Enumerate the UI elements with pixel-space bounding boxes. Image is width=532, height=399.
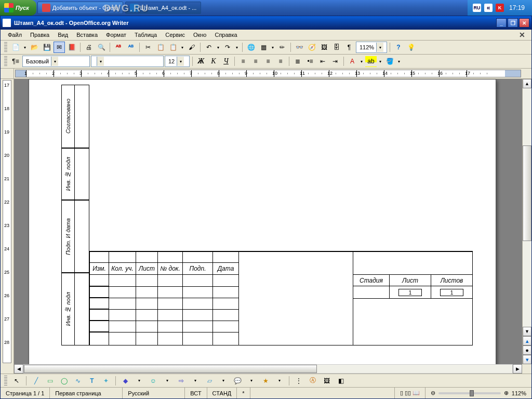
font-color-button[interactable]: A xyxy=(347,56,358,67)
numbering-button[interactable]: ≣ xyxy=(292,56,303,67)
whatsthis-button[interactable]: 💡 xyxy=(405,42,417,53)
highlight-button[interactable]: ab xyxy=(365,56,377,67)
gallery-button[interactable]: 🖼 xyxy=(318,42,330,53)
pdf-export-button[interactable]: 📕 xyxy=(66,42,77,53)
status-selection[interactable]: СТАНД xyxy=(207,388,237,398)
paste-button[interactable]: 📋 xyxy=(167,42,179,53)
scroll-up-button[interactable]: ▲ xyxy=(523,79,531,88)
copy-button[interactable]: 📋 xyxy=(155,42,166,53)
menu-tools[interactable]: Сервис xyxy=(161,31,189,39)
kaspersky-icon[interactable]: K xyxy=(496,4,504,12)
status-language[interactable]: Русский xyxy=(123,388,185,398)
status-pagestyle[interactable]: Первая страница xyxy=(50,388,123,398)
menu-insert[interactable]: Вставка xyxy=(72,31,102,39)
undo-button[interactable]: ↶ xyxy=(203,42,215,53)
styles-button[interactable]: ¶≡ xyxy=(10,56,21,67)
status-insert[interactable]: ВСТ xyxy=(185,388,207,398)
zoom-combo[interactable]: 112%▾ xyxy=(356,42,387,53)
arrow-shapes-tool[interactable]: ⇨ xyxy=(175,375,188,387)
align-center-button[interactable]: ≡ xyxy=(250,56,261,67)
align-left-button[interactable]: ≡ xyxy=(237,56,249,67)
hscroll-thumb[interactable] xyxy=(24,365,317,373)
find-button[interactable]: 👓 xyxy=(294,42,305,53)
hyperlink-button[interactable]: 🌐 xyxy=(245,42,257,53)
spellcheck-button[interactable]: ᴬᴮ xyxy=(113,42,124,53)
bgcolor-button[interactable]: 🪣 xyxy=(384,56,395,67)
toolbar-grip[interactable] xyxy=(4,376,7,386)
status-modified[interactable]: * xyxy=(237,388,250,398)
scroll-thumb[interactable] xyxy=(523,145,531,241)
zoom-value[interactable]: 112% xyxy=(512,390,526,396)
print-button[interactable]: 🖨 xyxy=(83,42,95,53)
freeform-tool[interactable]: ∿ xyxy=(72,375,84,387)
increase-indent-button[interactable]: ⇥ xyxy=(329,56,341,67)
table-dropdown[interactable]: ▾ xyxy=(270,42,275,53)
menu-file[interactable]: Файл xyxy=(4,31,26,39)
paragraph-style-combo[interactable]: Базовый▾ xyxy=(22,56,90,67)
autospell-button[interactable]: ᴬᴮ xyxy=(125,42,137,53)
email-button[interactable]: ✉ xyxy=(54,42,65,53)
new-button[interactable]: 📄 xyxy=(10,42,21,53)
document-area[interactable]: Согласовано Инв. № подл Подп. И дата Инв… xyxy=(14,79,522,364)
flowchart-tool[interactable]: ▱ xyxy=(203,375,216,387)
scroll-right-button[interactable]: ▶ xyxy=(513,364,522,374)
menu-table[interactable]: Таблица xyxy=(130,31,161,39)
extrusion-tool[interactable]: ◧ xyxy=(335,375,347,387)
bgcolor-dropdown[interactable]: ▾ xyxy=(396,56,402,67)
basic-shapes-tool[interactable]: ◆ xyxy=(119,375,131,387)
horizontal-ruler[interactable]: 1234567891011121314151617 xyxy=(15,70,521,77)
align-right-button[interactable]: ≡ xyxy=(262,56,274,67)
highlight-dropdown[interactable]: ▾ xyxy=(378,56,383,67)
show-draw-button[interactable]: ✏ xyxy=(276,42,288,53)
line-tool[interactable]: ╱ xyxy=(30,375,42,387)
text-tool[interactable]: T xyxy=(86,375,98,387)
menu-edit[interactable]: Правка xyxy=(26,31,54,39)
bullets-button[interactable]: •≡ xyxy=(304,56,316,67)
maximize-button[interactable]: ❐ xyxy=(508,18,518,28)
callout-tool[interactable]: ✦ xyxy=(100,375,112,387)
minimize-button[interactable]: _ xyxy=(496,18,507,28)
scroll-down-button[interactable]: ▼ xyxy=(523,327,531,336)
font-name-combo[interactable]: ▾ xyxy=(91,56,164,67)
vertical-ruler[interactable]: 171819202122232425262728 xyxy=(1,79,14,364)
taskbar-item-writer[interactable]: Штамп_A4_ок.odt - ... xyxy=(125,2,202,14)
datasources-button[interactable]: 🗄 xyxy=(331,42,342,53)
status-viewlayout[interactable]: ▯ ▯▯ 📖 xyxy=(395,388,425,398)
open-button[interactable]: 📂 xyxy=(29,42,40,53)
help-button[interactable]: ? xyxy=(393,42,404,53)
zoom-in-icon[interactable]: ⊕ xyxy=(504,390,509,396)
underline-button[interactable]: Ч xyxy=(220,56,232,67)
close-document-button[interactable]: ✕ xyxy=(516,31,528,39)
nonprinting-button[interactable]: ¶ xyxy=(343,42,355,53)
zoom-out-icon[interactable]: ⊖ xyxy=(431,390,435,396)
page[interactable]: Согласовано Инв. № подл Подп. И дата Инв… xyxy=(29,79,496,364)
toolbar-grip[interactable] xyxy=(4,42,7,52)
nav-select-button[interactable]: ● xyxy=(523,345,531,355)
align-justify-button[interactable]: ≡ xyxy=(275,56,286,67)
from-file-tool[interactable]: 🖼 xyxy=(321,375,333,387)
clock[interactable]: 17:19 xyxy=(507,4,527,11)
status-page[interactable]: Страница 1 / 1 xyxy=(1,388,50,398)
bold-button[interactable]: Ж xyxy=(195,56,207,67)
taskbar-item-opera[interactable]: Добавить объект - Opera xyxy=(37,2,123,14)
callouts-tool[interactable]: 💬 xyxy=(231,375,244,387)
menu-view[interactable]: Вид xyxy=(54,31,72,39)
format-paintbrush-button[interactable]: 🖌 xyxy=(186,42,197,53)
menu-help[interactable]: Справка xyxy=(210,31,241,39)
vertical-scrollbar[interactable]: ▲ ▼ ▴ ● ▾ xyxy=(522,79,531,364)
zoom-slider[interactable]: ⊖ ⊕ 112% xyxy=(425,390,531,396)
italic-button[interactable]: К xyxy=(208,56,219,67)
fontwork-tool[interactable]: Ⓐ xyxy=(307,375,319,387)
new-dropdown[interactable]: ▾ xyxy=(22,42,28,53)
symbol-shapes-tool[interactable]: ☺ xyxy=(147,375,159,387)
rect-tool[interactable]: ▭ xyxy=(44,375,56,387)
scroll-left-button[interactable]: ◀ xyxy=(14,364,23,374)
redo-dropdown[interactable]: ▾ xyxy=(234,42,240,53)
tray-expand-icon[interactable]: « xyxy=(484,4,493,12)
select-tool[interactable]: ↖ xyxy=(10,375,23,387)
decrease-indent-button[interactable]: ⇤ xyxy=(317,56,328,67)
lang-indicator-icon[interactable]: RU xyxy=(473,4,481,12)
stars-tool[interactable]: ★ xyxy=(259,375,272,387)
paste-dropdown[interactable]: ▾ xyxy=(180,42,185,53)
redo-button[interactable]: ↷ xyxy=(222,42,233,53)
